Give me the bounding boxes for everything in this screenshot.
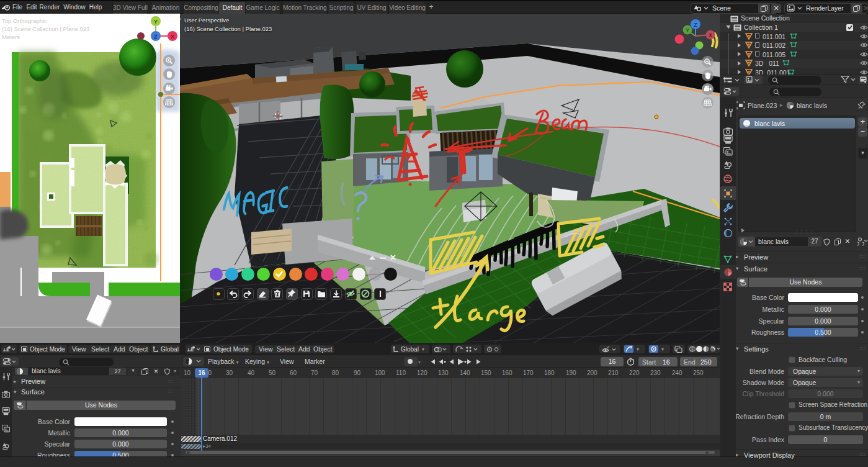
svg-text:X: X [171,34,174,40]
svg-text:Y: Y [154,19,158,25]
svg-text:Z: Z [154,34,158,40]
svg-text:Z: Z [694,22,697,28]
svg-text:X: X [709,32,712,39]
svg-text:Y: Y [686,27,689,34]
